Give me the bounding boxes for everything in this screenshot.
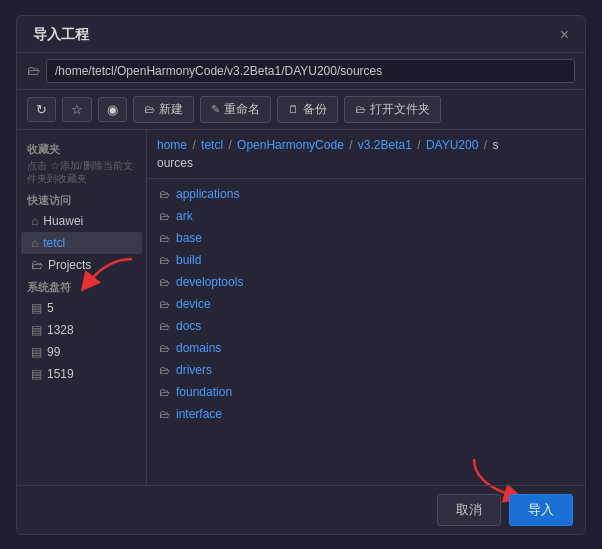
disk-title: 系统盘符 xyxy=(17,276,146,297)
rename-button[interactable]: ✎ 重命名 xyxy=(200,96,271,123)
sidebar-item-disk-5[interactable]: ▤ 5 xyxy=(21,297,142,319)
new-icon: 🗁 xyxy=(144,103,155,115)
main-content: 收藏夹 点击 ☆添加/删除当前文件夹到收藏夹 快速访问 ⌂ Huawei ⌂ t… xyxy=(17,130,585,485)
file-list: 🗁 applications 🗁 ark 🗁 base 🗁 build 🗁 xyxy=(147,179,585,485)
title-bar: 导入工程 × xyxy=(17,16,585,53)
list-item[interactable]: 🗁 docs xyxy=(147,315,585,337)
list-item[interactable]: 🗁 developtools xyxy=(147,271,585,293)
toolbar: ↻ ☆ ◉ 🗁 新建 ✎ 重命名 🗒 备份 🗁 打开文件夹 xyxy=(17,90,585,130)
folder-icon: 🗁 xyxy=(159,232,170,244)
star-button[interactable]: ☆ xyxy=(62,97,92,122)
eye-button[interactable]: ◉ xyxy=(98,97,127,122)
folder-icon: 🗁 xyxy=(159,254,170,266)
sidebar-item-disk-99[interactable]: ▤ 99 xyxy=(21,341,142,363)
sidebar-item-disk-1328[interactable]: ▤ 1328 xyxy=(21,319,142,341)
folder-icon: 🗁 xyxy=(159,342,170,354)
list-item[interactable]: 🗁 foundation xyxy=(147,381,585,403)
folder-icon: 🗁 xyxy=(159,188,170,200)
refresh-button[interactable]: ↻ xyxy=(27,97,56,122)
quick-access-title: 快速访问 xyxy=(17,189,146,210)
folder-icon: 🗁 xyxy=(159,386,170,398)
open-folder-button[interactable]: 🗁 打开文件夹 xyxy=(344,96,441,123)
new-button[interactable]: 🗁 新建 xyxy=(133,96,194,123)
sidebar-item-disk-1519[interactable]: ▤ 1519 xyxy=(21,363,142,385)
breadcrumb: home / tetcl / OpenHarmonyCode / v3.2Bet… xyxy=(147,130,585,179)
folder-icon: 🗁 xyxy=(159,298,170,310)
sidebar-item-tetcl[interactable]: ⌂ tetcl xyxy=(21,232,142,254)
list-item[interactable]: 🗁 domains xyxy=(147,337,585,359)
list-item[interactable]: 🗁 interface xyxy=(147,403,585,425)
list-item[interactable]: 🗁 device xyxy=(147,293,585,315)
favorites-hint: 点击 ☆添加/删除当前文件夹到收藏夹 xyxy=(17,159,146,189)
close-button[interactable]: × xyxy=(560,27,569,43)
favorites-title: 收藏夹 xyxy=(17,138,146,159)
disk-icon-1: ▤ xyxy=(31,301,42,315)
list-item[interactable]: 🗁 applications xyxy=(147,183,585,205)
import-dialog: 导入工程 × 🗁 ↻ ☆ ◉ 🗁 新建 ✎ 重命名 🗒 备份 🗁 打开文件夹 xyxy=(16,15,586,535)
list-item[interactable]: 🗁 ark xyxy=(147,205,585,227)
home-icon: ⌂ xyxy=(31,214,38,228)
folder-icon: 🗁 xyxy=(159,210,170,222)
backup-button[interactable]: 🗒 备份 xyxy=(277,96,338,123)
path-icon: 🗁 xyxy=(27,63,40,78)
dialog-footer: 取消 导入 xyxy=(17,485,585,534)
sidebar-item-huawei[interactable]: ⌂ Huawei xyxy=(21,210,142,232)
list-item[interactable]: 🗁 drivers xyxy=(147,359,585,381)
backup-icon: 🗒 xyxy=(288,103,299,115)
folder-icon: 🗁 xyxy=(31,258,43,272)
open-folder-icon: 🗁 xyxy=(355,103,366,115)
user-icon: ⌂ xyxy=(31,236,38,250)
sidebar: 收藏夹 点击 ☆添加/删除当前文件夹到收藏夹 快速访问 ⌂ Huawei ⌂ t… xyxy=(17,130,147,485)
disk-icon-2: ▤ xyxy=(31,323,42,337)
folder-icon: 🗁 xyxy=(159,408,170,420)
list-item[interactable]: 🗁 build xyxy=(147,249,585,271)
rename-icon: ✎ xyxy=(211,103,220,116)
disk-icon-4: ▤ xyxy=(31,367,42,381)
path-row: 🗁 xyxy=(17,53,585,90)
folder-icon: 🗁 xyxy=(159,276,170,288)
file-panel: home / tetcl / OpenHarmonyCode / v3.2Bet… xyxy=(147,130,585,485)
dialog-title: 导入工程 xyxy=(33,26,89,44)
sidebar-item-projects[interactable]: 🗁 Projects xyxy=(21,254,142,276)
confirm-button[interactable]: 导入 xyxy=(509,494,573,526)
list-item[interactable]: 🗁 base xyxy=(147,227,585,249)
path-input[interactable] xyxy=(46,59,575,83)
disk-icon-3: ▤ xyxy=(31,345,42,359)
cancel-button[interactable]: 取消 xyxy=(437,494,501,526)
folder-icon: 🗁 xyxy=(159,320,170,332)
folder-icon: 🗁 xyxy=(159,364,170,376)
